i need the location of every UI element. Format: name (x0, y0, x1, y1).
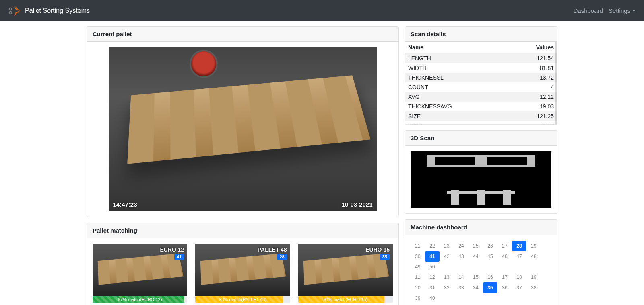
dashboard-row-1: 2122232425262728293041424344454647484950 (411, 241, 551, 272)
dashboard-cell[interactable]: 23 (440, 241, 454, 251)
nav-link-settings[interactable]: Settings ▼ (609, 7, 636, 14)
card-machine-dashboard: Machine dashboard 2122232425262728293041… (405, 219, 557, 305)
match-name: PALLET 48 (258, 246, 287, 253)
dashboard-cell[interactable]: 42 (440, 251, 454, 262)
scan-row-name: LENGTH (405, 53, 508, 63)
dashboard-cell[interactable]: 19 (526, 272, 541, 282)
dashboard-cell[interactable]: 15 (469, 272, 483, 282)
scan-row-value: 19.03 (508, 102, 557, 111)
dashboard-cell[interactable]: 34 (469, 282, 483, 293)
nav-link-dashboard[interactable]: Dashboard (574, 7, 603, 14)
dashboard-cell[interactable]: 32 (440, 282, 454, 293)
table-row: AVG12.12 (405, 92, 557, 102)
dashboard-cell[interactable]: 37 (512, 282, 526, 293)
scan-row-value: -3.28 (508, 121, 557, 124)
table-row: SIZE121.25 (405, 111, 557, 121)
match-badge: 41 (174, 254, 184, 260)
scan-row-value: 81.81 (508, 63, 557, 73)
dashboard-cell[interactable]: 43 (454, 251, 469, 262)
match-badge: 35 (380, 254, 390, 260)
dashboard-cell[interactable]: 12 (425, 272, 440, 282)
svg-marker-3 (14, 7, 20, 11)
scan-row-name: WIDTH (405, 63, 508, 73)
chevron-down-icon: ▼ (632, 8, 636, 13)
scan-row-value: 12.12 (508, 92, 557, 102)
dashboard-cell[interactable]: 47 (512, 251, 526, 262)
scan-row-name: THICKNESSAVG (405, 102, 508, 111)
dashboard-cell[interactable]: 16 (483, 272, 497, 282)
dashboard-cell[interactable]: 22 (425, 241, 440, 251)
card-header-current-pallet: Current pallet (87, 27, 398, 42)
dashboard-cell[interactable]: 20 (411, 282, 425, 293)
scan3d-image (411, 151, 551, 208)
match-image: EURO 1535 (298, 244, 393, 296)
match-progress: 93% match(PALLET 48) (195, 296, 290, 303)
card-scan-details: Scan details Name Values LENGTH121.54WID… (405, 26, 557, 125)
dashboard-cell[interactable]: 41 (425, 251, 440, 262)
match-progress: 97% match(EURO 12) (93, 296, 187, 303)
match-image: PALLET 4828 (195, 244, 290, 296)
dashboard-cell[interactable]: 31 (425, 282, 440, 293)
current-pallet-image (109, 47, 377, 211)
scan-row-value: 13.72 (508, 73, 557, 82)
dashboard-cell[interactable]: 28 (512, 241, 526, 251)
current-pallet-date: 10-03-2021 (342, 201, 373, 208)
scan-row-name: POS (405, 121, 508, 124)
dashboard-cell[interactable]: 11 (411, 272, 425, 282)
scan-row-name: THICKNESSL (405, 73, 508, 82)
match-image: EURO 1241 (93, 244, 187, 296)
card-header-machine-dashboard: Machine dashboard (405, 220, 557, 235)
dashboard-cell[interactable]: 27 (497, 241, 512, 251)
table-row: WIDTH81.81 (405, 63, 557, 73)
dashboard-cell[interactable]: 48 (526, 251, 541, 262)
match-progress: 91% match(EURO 15) (298, 296, 393, 303)
dashboard-cell[interactable]: 46 (497, 251, 512, 262)
dashboard-cell[interactable]: 44 (469, 251, 483, 262)
table-row: COUNT4 (405, 82, 557, 92)
match-progress-label: 97% match(EURO 12) (118, 297, 162, 302)
match-name: EURO 12 (160, 246, 184, 253)
match-card[interactable]: PALLET 482893% match(PALLET 48) (195, 244, 290, 303)
scan-row-name: SIZE (405, 111, 508, 121)
svg-point-0 (9, 8, 12, 10)
dashboard-cell[interactable]: 26 (483, 241, 497, 251)
dashboard-row-2: 1112131415161718192031323334353637383940 (411, 272, 551, 303)
scan-row-value: 4 (508, 82, 557, 92)
dashboard-cell[interactable]: 35 (483, 282, 497, 293)
card-3d-scan: 3D Scan (405, 130, 557, 214)
dashboard-cell[interactable]: 30 (411, 251, 425, 262)
dashboard-cell[interactable]: 18 (512, 272, 526, 282)
dashboard-cell[interactable]: 25 (469, 241, 483, 251)
dashboard-cell[interactable]: 40 (425, 293, 440, 303)
card-pallet-matching: Pallet matching EURO 124197% match(EURO … (87, 223, 399, 305)
table-row: THICKNESSL13.72 (405, 73, 557, 82)
svg-point-1 (9, 11, 12, 14)
dashboard-cell[interactable]: 45 (483, 251, 497, 262)
current-pallet-time: 14:47:23 (113, 201, 137, 208)
match-card[interactable]: EURO 153591% match(EURO 15) (298, 244, 393, 303)
dashboard-cell[interactable]: 39 (411, 293, 425, 303)
brand-logo-icon (8, 5, 20, 17)
dashboard-cell[interactable]: 33 (454, 282, 469, 293)
card-header-3d-scan: 3D Scan (405, 131, 557, 146)
dashboard-cell[interactable]: 38 (526, 282, 541, 293)
dashboard-cell[interactable]: 49 (411, 262, 425, 272)
dashboard-cell[interactable]: 14 (454, 272, 469, 282)
table-row: LENGTH121.54 (405, 53, 557, 63)
match-card[interactable]: EURO 124197% match(EURO 12) (93, 244, 187, 303)
scan-details-scroll[interactable]: Name Values LENGTH121.54WIDTH81.81THICKN… (405, 42, 557, 124)
dashboard-cell[interactable]: 17 (497, 272, 512, 282)
dashboard-cell[interactable]: 24 (454, 241, 469, 251)
dashboard-cell[interactable]: 36 (497, 282, 512, 293)
dashboard-cell[interactable]: 21 (411, 241, 425, 251)
scan-col-values: Values (508, 42, 557, 53)
dashboard-cell[interactable]: 50 (425, 262, 440, 272)
scan-row-value: 121.54 (508, 53, 557, 63)
scrollbar[interactable] (555, 42, 557, 124)
card-current-pallet: Current pallet 14:47:23 10-03-2021 (87, 26, 399, 217)
match-name: EURO 15 (365, 246, 390, 253)
dashboard-cell[interactable]: 13 (440, 272, 454, 282)
card-header-matching: Pallet matching (87, 223, 398, 238)
dashboard-cell[interactable]: 29 (526, 241, 541, 251)
scan-row-name: COUNT (405, 82, 508, 92)
